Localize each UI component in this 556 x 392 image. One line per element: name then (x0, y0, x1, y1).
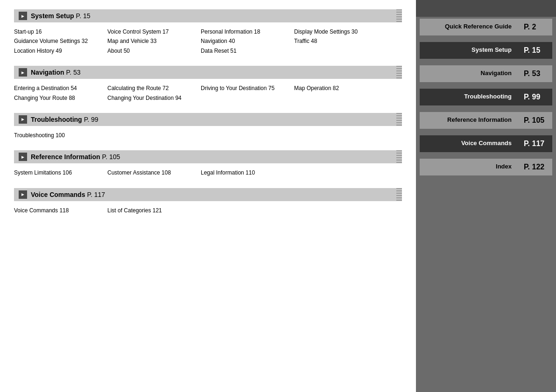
section-item: Calculating the Route 72 (107, 84, 196, 93)
sidebar-nav-label: Troubleshooting (420, 89, 517, 105)
section-header-voice-commands: ►Voice Commands P. 117 (14, 188, 402, 201)
sidebar-nav-page: P. 117 (517, 135, 552, 152)
section-reference-information: ►Reference Information P. 105System Limi… (14, 150, 402, 179)
section-item: About 50 (107, 46, 196, 56)
section-items-reference-information: System Limitations 106Customer Assistanc… (14, 166, 402, 179)
section-troubleshooting: ►Troubleshooting P. 99Troubleshooting 10… (14, 113, 402, 142)
section-item: Traffic 48 (294, 36, 383, 46)
section-items-system-setup: Start-up 16Guidance Volume Settings 32Lo… (14, 25, 402, 57)
section-column: Map Operation 82 (294, 84, 387, 103)
section-title: Navigation (31, 69, 64, 76)
section-items-voice-commands: Voice Commands 118List of Categories 121 (14, 204, 402, 217)
section-item: System Limitations 106 (14, 168, 103, 177)
sidebar-nav-page: P. 105 (517, 112, 552, 129)
section-title: Troubleshooting (31, 116, 82, 123)
section-column: Start-up 16Guidance Volume Settings 32Lo… (14, 27, 107, 56)
section-column: System Limitations 106 (14, 168, 107, 177)
section-column: Troubleshooting 100 (14, 131, 107, 140)
section-column: List of Categories 121 (107, 206, 201, 215)
sidebar-nav-page: P. 2 (517, 19, 552, 35)
section-page-number: P. 53 (66, 69, 81, 76)
sidebar: Quick Reference GuideP. 2System SetupP. … (416, 0, 556, 392)
sidebar-nav-item[interactable]: Voice CommandsP. 117 (420, 135, 552, 152)
section-header-navigation: ►Navigation P. 53 (14, 66, 402, 79)
section-page-number: P. 15 (76, 12, 91, 20)
arrow-icon: ► (19, 115, 27, 124)
section-item: Changing Your Route 88 (14, 93, 103, 103)
section-item: Changing Your Destination 94 (107, 93, 196, 103)
section-item: Navigation 40 (201, 36, 289, 46)
section-item: Guidance Volume Settings 32 (14, 36, 103, 46)
sidebar-nav-page: P. 53 (517, 65, 552, 82)
section-item: Personal Information 18 (201, 27, 289, 36)
section-column: Calculating the Route 72Changing Your De… (107, 84, 201, 103)
arrow-icon: ► (19, 190, 27, 199)
section-items-navigation: Entering a Destination 54Changing Your R… (14, 82, 402, 105)
sidebar-nav-page: P. 122 (517, 159, 552, 175)
section-item: Start-up 16 (14, 27, 103, 36)
sidebar-nav-label: Reference Information (420, 112, 517, 129)
section-item: Map Operation 82 (294, 84, 383, 93)
section-item: Display Mode Settings 30 (294, 27, 383, 36)
sidebar-nav-page: P. 99 (517, 89, 552, 105)
section-item: Map and Vehicle 33 (107, 36, 196, 46)
section-column: Voice Control System 17Map and Vehicle 3… (107, 27, 201, 56)
section-title: Reference Information (31, 153, 100, 161)
sidebar-nav-label: Voice Commands (420, 135, 517, 152)
sidebar-nav-label: Navigation (420, 65, 517, 82)
section-column: Voice Commands 118 (14, 206, 107, 215)
sidebar-nav-label: System Setup (420, 42, 517, 59)
sidebar-nav-item[interactable]: IndexP. 122 (420, 159, 552, 175)
section-column: Legal Information 110 (201, 168, 294, 177)
section-page-number: P. 99 (84, 116, 99, 123)
section-item: Voice Control System 17 (107, 27, 196, 36)
section-header-system-setup: ►System Setup P. 15 (14, 9, 402, 22)
sidebar-title (416, 0, 556, 17)
section-header-reference-information: ►Reference Information P. 105 (14, 150, 402, 163)
section-item: Legal Information 110 (201, 168, 289, 177)
arrow-icon: ► (19, 12, 27, 20)
arrow-icon: ► (19, 153, 27, 161)
arrow-icon: ► (19, 68, 27, 77)
section-item: Driving to Your Destination 75 (201, 84, 289, 93)
section-voice-commands: ►Voice Commands P. 117Voice Commands 118… (14, 188, 402, 217)
section-page-number: P. 117 (87, 191, 105, 198)
section-item: Troubleshooting 100 (14, 131, 103, 140)
section-column: Driving to Your Destination 75 (201, 84, 294, 103)
section-system-setup: ►System Setup P. 15Start-up 16Guidance V… (14, 9, 402, 57)
section-item: Voice Commands 118 (14, 206, 103, 215)
sidebar-nav-item[interactable]: Reference InformationP. 105 (420, 112, 552, 129)
content-area: ►System Setup P. 15Start-up 16Guidance V… (0, 0, 416, 392)
section-item: List of Categories 121 (107, 206, 196, 215)
section-title: Voice Commands (31, 191, 85, 198)
sidebar-nav-item[interactable]: NavigationP. 53 (420, 65, 552, 82)
sidebar-nav-item[interactable]: System SetupP. 15 (420, 42, 552, 59)
section-item: Customer Assistance 108 (107, 168, 196, 177)
section-item: Entering a Destination 54 (14, 84, 103, 93)
section-header-troubleshooting: ►Troubleshooting P. 99 (14, 113, 402, 126)
section-items-troubleshooting: Troubleshooting 100 (14, 129, 402, 142)
sidebar-nav-label: Index (420, 159, 517, 175)
section-column: Display Mode Settings 30Traffic 48 (294, 27, 387, 56)
section-item: Data Reset 51 (201, 46, 289, 56)
section-column: Entering a Destination 54Changing Your R… (14, 84, 107, 103)
sidebar-nav-page: P. 15 (517, 42, 552, 59)
section-navigation: ►Navigation P. 53Entering a Destination … (14, 66, 402, 105)
section-column: Personal Information 18Navigation 40Data… (201, 27, 294, 56)
sidebar-nav-item[interactable]: Quick Reference GuideP. 2 (420, 19, 552, 35)
section-title: System Setup (31, 12, 74, 20)
section-page-number: P. 105 (102, 153, 120, 161)
section-column: Customer Assistance 108 (107, 168, 201, 177)
sidebar-nav-label: Quick Reference Guide (420, 19, 517, 35)
sidebar-nav-item[interactable]: TroubleshootingP. 99 (420, 89, 552, 105)
section-item: Location History 49 (14, 46, 103, 56)
